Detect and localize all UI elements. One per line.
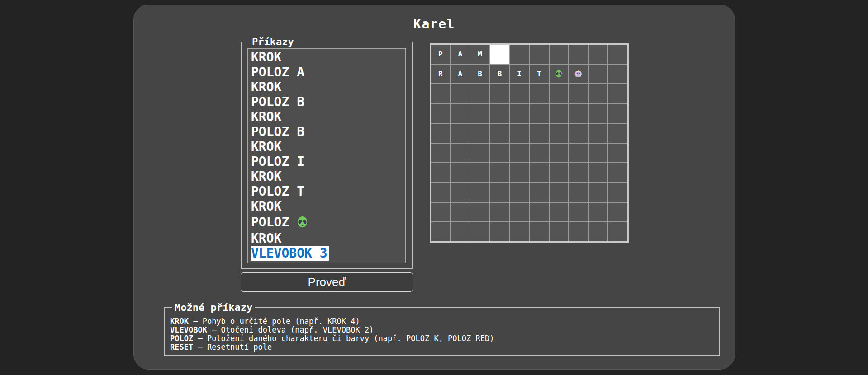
grid-cell	[569, 65, 588, 84]
grid-cell	[550, 144, 569, 163]
help-lines: KROK – Pohyb o určité pole (např. KROK 4…	[170, 317, 714, 352]
grid-cell	[451, 163, 470, 182]
grid-cell	[490, 163, 509, 182]
grid-cell: B	[470, 65, 489, 84]
grid-cell	[608, 222, 627, 241]
grid-cell	[431, 144, 450, 163]
grid-cell	[550, 222, 569, 241]
help-command-name: KROK	[170, 317, 189, 326]
help-command-name: POLOZ	[170, 334, 193, 343]
grid-cell	[510, 45, 529, 64]
grid-cell	[589, 84, 608, 103]
help-legend: Možné příkazy	[172, 302, 255, 313]
grid-cell	[569, 104, 588, 123]
execute-button[interactable]: Proveď	[241, 272, 413, 292]
grid-cell	[608, 104, 627, 123]
grid-cell	[530, 203, 549, 222]
grid-cell	[451, 183, 470, 202]
grid-cell	[530, 124, 549, 143]
grid-cell	[550, 183, 569, 202]
grid-cell	[550, 124, 569, 143]
grid-cell	[431, 104, 450, 123]
grid-cell	[589, 163, 608, 182]
grid-cell	[589, 124, 608, 143]
grid-cell	[608, 203, 627, 222]
grid-cell	[589, 45, 608, 64]
grid-cell	[451, 203, 470, 222]
grid-cell	[530, 84, 549, 103]
command-line: KROK	[251, 231, 405, 246]
commands-fieldset: Příkazy KROKPOLOZ AKROKPOLOZ BKROKPOLOZ …	[241, 37, 413, 269]
grid-cell	[470, 222, 489, 241]
command-line: KROK	[251, 80, 405, 94]
grid-cell	[451, 144, 470, 163]
grid-cell	[451, 124, 470, 143]
grid-cell	[589, 144, 608, 163]
grid-cell	[569, 222, 588, 241]
grid-cell	[451, 104, 470, 123]
grid-cell	[550, 163, 569, 182]
grid-cell	[530, 45, 549, 64]
command-line: KROK	[251, 139, 405, 154]
command-line: KROK	[251, 109, 405, 124]
karel-grid: PAMRABBIT	[430, 43, 629, 243]
grid-cell	[569, 183, 588, 202]
grid-cell	[510, 203, 529, 222]
grid-cell: A	[451, 45, 470, 64]
grid-cell	[510, 222, 529, 241]
help-entry: VLEVOBOK – Otočení doleva (např. VLEVOBO…	[170, 326, 714, 334]
command-line: VLEVOBOK 3	[251, 246, 405, 261]
main-panel: Karel Příkazy KROKPOLOZ AKROKPOLOZ BKROK…	[133, 5, 735, 370]
help-entry: RESET – Resetnutí pole	[170, 343, 714, 352]
grid-cell: I	[510, 65, 529, 84]
grid-cell	[510, 124, 529, 143]
commands-legend: Příkazy	[250, 37, 296, 47]
command-line: POLOZ	[251, 214, 405, 231]
grid-cell	[589, 222, 608, 241]
grid-cell	[470, 183, 489, 202]
alien-icon	[555, 70, 563, 78]
grid-cell	[510, 104, 529, 123]
grid-cell	[569, 45, 588, 64]
grid-cell	[470, 203, 489, 222]
grid-cell	[490, 222, 509, 241]
grid-cell	[530, 222, 549, 241]
grid-cell	[470, 84, 489, 103]
grid-cell	[431, 84, 450, 103]
grid-cell: P	[431, 45, 450, 64]
command-input[interactable]: KROKPOLOZ AKROKPOLOZ BKROKPOLOZ BKROKPOL…	[247, 48, 406, 263]
grid-cell	[569, 163, 588, 182]
grid-cell: R	[431, 65, 450, 84]
grid-cell	[530, 104, 549, 123]
grid-cell	[431, 163, 450, 182]
grid-cell	[550, 104, 569, 123]
grid-cell	[451, 84, 470, 103]
grid-cell	[550, 84, 569, 103]
help-entry: KROK – Pohyb o určité pole (např. KROK 4…	[170, 317, 714, 326]
command-line: KROK	[251, 50, 405, 65]
selected-command-text: VLEVOBOK 3	[251, 246, 329, 261]
grid-cell	[530, 144, 549, 163]
help-entry: POLOZ – Položení daného charakteru či ba…	[170, 334, 714, 343]
grid-cell	[608, 144, 627, 163]
grid-cell	[490, 183, 509, 202]
command-line: POLOZ B	[251, 124, 405, 139]
command-line: POLOZ A	[251, 65, 405, 80]
grid-cell	[589, 183, 608, 202]
grid-cell	[470, 144, 489, 163]
grid-cell	[608, 124, 627, 143]
help-command-name: VLEVOBOK	[170, 325, 207, 334]
grid-cell	[550, 65, 569, 84]
grid-cell	[490, 104, 509, 123]
grid-cell	[451, 222, 470, 241]
command-line: POLOZ B	[251, 94, 405, 109]
grid-cell	[608, 84, 627, 103]
grid-cell	[490, 45, 509, 64]
grid-cell	[569, 203, 588, 222]
grid-cell: M	[470, 45, 489, 64]
grid-cell	[530, 163, 549, 182]
grid-cell	[490, 203, 509, 222]
grid-cell	[490, 144, 509, 163]
grid-cell	[589, 203, 608, 222]
grid-cell	[569, 144, 588, 163]
